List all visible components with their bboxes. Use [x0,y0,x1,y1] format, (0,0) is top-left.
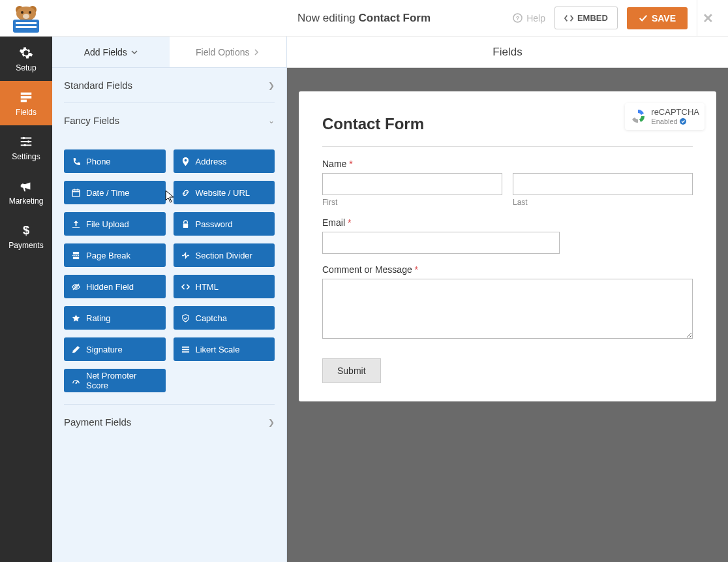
field-btn-label: Hidden Field [86,282,134,292]
last-name-input[interactable] [513,173,693,195]
field-btn-label: Password [196,219,233,229]
field-btn-label: File Upload [86,219,129,229]
embed-label: EMBED [577,13,608,23]
nav-marketing[interactable]: Marketing [0,170,52,214]
code-icon [181,283,190,291]
shield-icon [181,314,190,322]
first-name-input[interactable] [322,173,502,195]
nav-settings[interactable]: Settings [0,125,52,170]
submit-button[interactable]: Submit [322,358,381,383]
svg-rect-24 [73,257,79,259]
first-sublabel: First [322,198,502,207]
dollar-icon: $ [19,223,33,238]
field-btn-label: Rating [86,313,111,323]
field-btn-label: Date / Time [86,188,129,198]
field-btn-label: Page Break [86,251,130,260]
editing-prefix: Now editing [297,12,359,24]
fields-panel: Add Fields Field Options Standard Fields… [52,37,287,562]
svg-point-33 [680,118,686,125]
accordion-fancy-fields[interactable]: Fancy Fields ⌄ [64,103,275,138]
code-icon [564,14,573,23]
svg-rect-29 [181,349,189,350]
field-name[interactable]: Name * First Last [322,159,693,207]
nav-payments[interactable]: $ Payments [0,214,52,258]
pagebreak-icon [72,251,80,260]
svg-point-3 [21,11,23,14]
sidebar-nav: Setup Fields Settings Marketing $ Paymen… [0,37,52,562]
field-page-break[interactable]: Page Break [64,243,166,267]
field-comment[interactable]: Comment or Message * [322,264,693,341]
tab-add-label: Add Fields [84,47,127,57]
field-website-url[interactable]: Website / URL [174,181,275,204]
chevron-right-icon: ❯ [268,81,275,90]
field-likert-scale[interactable]: Likert Scale [174,337,275,361]
field-email[interactable]: Email * [322,217,693,254]
accordion-standard-label: Standard Fields [64,80,132,91]
save-button[interactable]: SAVE [627,7,688,29]
upload-icon [72,220,80,228]
comment-textarea[interactable] [322,279,693,339]
embed-button[interactable]: EMBED [554,7,618,29]
field-btn-label: Captcha [196,313,227,323]
field-btn-label: Net Promoter Score [86,371,158,390]
field-captcha[interactable]: Captcha [174,306,275,330]
field-date-time[interactable]: Date / Time [64,181,166,204]
field-html[interactable]: HTML [174,275,275,298]
field-rating[interactable]: Rating [64,306,166,330]
field-btn-label: HTML [196,282,219,292]
field-hidden-field[interactable]: Hidden Field [64,275,166,298]
svg-rect-28 [181,346,189,347]
field-file-upload[interactable]: File Upload [64,212,166,236]
svg-point-4 [29,11,31,14]
nav-settings-label: Settings [12,152,40,161]
eyeoff-icon [72,283,80,291]
accordion-standard-fields[interactable]: Standard Fields ❯ [64,68,275,103]
email-input[interactable] [322,232,560,254]
nav-setup[interactable]: Setup [0,37,52,81]
recaptcha-title: reCAPTCHA [651,107,699,117]
svg-rect-12 [21,96,32,99]
field-btn-label: Phone [86,157,111,166]
phone-icon [72,157,80,166]
svg-rect-13 [21,99,27,102]
tab-add-fields[interactable]: Add Fields [52,37,170,68]
chevron-down-icon [131,49,138,55]
nav-marketing-label: Marketing [9,196,44,206]
accordion-payment-fields[interactable]: Payment Fields ❯ [64,405,275,439]
topbar: Now editing Contact Form ? Help EMBED SA… [0,0,728,37]
field-password[interactable]: Password [174,212,275,236]
main: Setup Fields Settings Marketing $ Paymen… [0,37,728,562]
form-icon [19,90,33,104]
help-link[interactable]: ? Help [513,13,545,23]
editing-title: Now editing Contact Form [297,12,431,25]
field-net-promoter-score[interactable]: Net Promoter Score [64,369,166,392]
comment-label: Comment or Message * [322,264,693,275]
svg-rect-18 [72,189,80,196]
form-card: reCAPTCHA Enabled Contact Form Name * Fi… [299,91,716,401]
accordion-fancy-label: Fancy Fields [64,115,119,126]
svg-text:?: ? [516,15,520,22]
recaptcha-status: Enabled [651,117,677,126]
field-signature[interactable]: Signature [64,337,166,361]
panel-tabs: Add Fields Field Options [52,37,286,68]
bars-icon [181,345,190,354]
close-button[interactable]: ✕ [697,0,719,37]
sliders-icon [19,134,33,149]
field-address[interactable]: Address [174,149,275,173]
field-btn-label: Likert Scale [196,345,240,354]
field-phone[interactable]: Phone [64,149,166,173]
field-section-divider[interactable]: Section Divider [174,243,275,267]
nav-fields[interactable]: Fields [0,81,52,125]
editing-form-name: Contact Form [359,12,431,24]
bullhorn-icon [19,179,33,193]
app-logo [0,0,52,37]
recaptcha-badge[interactable]: reCAPTCHA Enabled [625,103,705,130]
field-btn-label: Website / URL [196,188,250,198]
canvas-header: Fields [287,37,728,68]
chevron-down-icon: ⌄ [268,116,275,125]
fancy-fields-grid: PhoneAddressDate / TimeWebsite / URLFile… [64,138,275,405]
svg-rect-22 [183,223,187,228]
chevron-right-icon: ❯ [268,418,275,427]
svg-point-16 [23,144,26,146]
tab-field-options[interactable]: Field Options [170,37,287,68]
